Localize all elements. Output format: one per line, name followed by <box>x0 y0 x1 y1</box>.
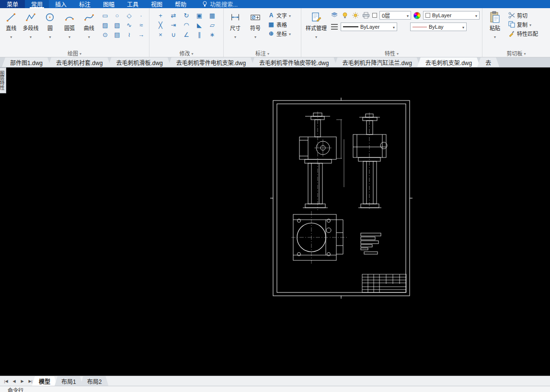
tab-layout2[interactable]: 布局2 <box>80 376 109 386</box>
tab-annotate[interactable]: 标注 <box>73 0 97 8</box>
panel-clipboard: 粘贴 剪切 复制 <box>482 8 550 57</box>
polyline-tool[interactable]: 多段线 <box>22 10 40 40</box>
command-line-panel[interactable]: 命令行 <box>0 386 550 392</box>
linetype-select[interactable]: ByLay <box>410 22 467 31</box>
dimension-tool[interactable]: 尺寸 <box>226 10 245 40</box>
measure-icon[interactable]: ∠ <box>180 30 193 39</box>
doc-tab[interactable]: 部件图1.dwg <box>2 57 51 67</box>
trim-icon[interactable]: ╳ <box>154 20 167 30</box>
rotate-icon[interactable]: ↻ <box>180 11 193 20</box>
tab-insert[interactable]: 插入 <box>49 0 73 8</box>
first-layout-button[interactable]: |◀ <box>2 376 10 386</box>
fillet-icon[interactable]: ◠ <box>180 20 193 30</box>
table-tool[interactable]: ▦ 表格 <box>266 20 293 29</box>
arc-tool[interactable]: 圆弧 <box>60 10 79 40</box>
tab-home[interactable]: 常用 <box>25 0 49 8</box>
lineweight-select[interactable]: ByLayer <box>341 22 397 31</box>
break-line-icon[interactable]: ≀ <box>123 30 135 39</box>
doc-tab[interactable]: 去毛刺机零件轴皮带轮.dwg <box>251 57 337 67</box>
wave-line-icon[interactable]: ≈ <box>135 20 147 30</box>
array-icon[interactable]: ▦ <box>206 11 219 20</box>
color-select[interactable]: ByLayer <box>423 11 480 20</box>
layer-color-swatch[interactable] <box>372 13 377 18</box>
tab-tools[interactable]: 工具 <box>121 0 145 8</box>
drawing-canvas[interactable]: 图层特性 <box>0 67 550 376</box>
caret-down-icon <box>69 32 70 40</box>
align-icon[interactable]: ∥ <box>193 30 206 39</box>
panel-modify: + ⇄ ↻ ▣ ▦ ╳ ⇥ ◠ ◣ ▱ × ∪ ∠ ∥ ∗ <box>149 8 224 57</box>
tab-layout1[interactable]: 布局1 <box>55 376 83 386</box>
ellipse-icon[interactable]: ○ <box>111 11 123 20</box>
join-icon[interactable]: ∪ <box>167 30 180 39</box>
table-icon: ▦ <box>268 21 275 28</box>
paste-button[interactable]: 粘贴 <box>484 10 505 40</box>
doc-tab[interactable]: 去毛刺机滑板.dwg <box>108 57 171 67</box>
tab-sheet[interactable]: 图幅 <box>97 0 121 8</box>
style-manager-tool[interactable]: 样式管理 <box>303 10 329 40</box>
coordinate-tool[interactable]: ⊕ 坐标 <box>266 29 293 38</box>
rectangle-icon[interactable]: ▭ <box>99 11 111 20</box>
panel-label-clipboard[interactable]: 剪切板 <box>482 49 550 57</box>
panel-label-draw[interactable]: 绘图 <box>0 49 149 57</box>
doc-tab[interactable]: 去毛刺机支架.dwg <box>417 57 480 67</box>
next-layout-button[interactable]: ▶ <box>18 376 26 386</box>
linetype-sample <box>412 27 427 27</box>
doc-tab[interactable]: 去毛刺机衬套.dwg <box>48 57 111 67</box>
explode-icon[interactable]: ∗ <box>206 30 219 39</box>
text-tool[interactable]: A 文字 <box>266 11 293 20</box>
tab-help[interactable]: 帮助 <box>169 0 193 8</box>
layer-freeze-sun-icon[interactable] <box>351 11 359 20</box>
caret-down-icon <box>524 50 526 56</box>
line-tool[interactable]: 直线 <box>2 10 21 40</box>
tool-label: 样式管理 <box>306 24 327 32</box>
doc-tab[interactable]: 去毛刺机零件电机支架.dwg <box>168 57 254 67</box>
tab-model[interactable]: 模型 <box>32 376 57 386</box>
panel-label-modify[interactable]: 修改 <box>149 49 223 57</box>
tab-view[interactable]: 视图 <box>145 0 169 8</box>
tool-label: 符号 <box>250 24 261 32</box>
plot-printer-icon[interactable] <box>362 11 370 20</box>
color-wheel-icon[interactable] <box>413 12 421 19</box>
copy-object-icon[interactable]: ▣ <box>193 11 206 20</box>
layer-select[interactable]: 0层 <box>379 11 411 20</box>
move-icon[interactable]: + <box>154 11 167 20</box>
layer-on-bulb-icon[interactable] <box>341 11 349 20</box>
formula-curve-icon[interactable]: ∿ <box>123 20 135 30</box>
tool-label: 复制 <box>517 21 527 28</box>
doc-tab[interactable]: 去毛刺机升降汽缸法兰.dwg <box>334 57 420 67</box>
symbol-tool[interactable]: 符号 <box>246 10 265 40</box>
cad-application: 菜单 常用 插入 标注 图幅 工具 视图 帮助 功能搜索... 直线 <box>0 0 550 392</box>
polygon-icon[interactable]: ◇ <box>123 11 135 20</box>
modify-grid: + ⇄ ↻ ▣ ▦ ╳ ⇥ ◠ ◣ ▱ × ∪ ∠ ∥ ∗ <box>154 11 219 39</box>
caret-down-icon <box>529 22 531 27</box>
circle-tool[interactable]: 圆 <box>41 10 59 40</box>
caret-down-icon <box>494 32 496 40</box>
doc-tab[interactable]: 去 <box>477 57 499 67</box>
function-search[interactable]: 功能搜索... <box>202 0 238 8</box>
caret-down-icon <box>10 32 12 40</box>
cut-button[interactable]: 剪切 <box>506 11 540 20</box>
hatch-icon[interactable]: ▨ <box>99 20 111 30</box>
arrow-icon[interactable]: → <box>135 30 147 39</box>
copy-button[interactable]: 复制 <box>506 20 540 29</box>
layer-manager-icon[interactable] <box>330 11 338 20</box>
scale-icon[interactable]: ▱ <box>206 20 219 30</box>
chamfer-icon[interactable]: ◣ <box>193 20 206 30</box>
panel-label-properties[interactable]: 特性 <box>301 49 482 57</box>
extend-icon[interactable]: ⇥ <box>167 20 180 30</box>
spline-tool[interactable]: 曲线 <box>80 10 98 40</box>
center-line-icon[interactable]: ⊙ <box>99 30 111 39</box>
fill-icon[interactable]: ▧ <box>111 20 123 30</box>
caret-down-icon <box>30 32 32 40</box>
region-icon[interactable]: ▤ <box>111 30 123 39</box>
mirror-icon[interactable]: ⇄ <box>167 11 180 20</box>
panel-label-annotate[interactable]: 标注 <box>224 49 301 57</box>
caret-down-icon <box>289 12 291 18</box>
prev-layout-button[interactable]: ◀ <box>10 376 18 386</box>
menu-app-button[interactable]: 菜单 <box>0 0 25 8</box>
lineweight-settings-icon[interactable] <box>330 23 338 31</box>
point-icon[interactable]: · <box>135 11 147 20</box>
erase-icon[interactable]: × <box>154 30 167 39</box>
left-palette-tab[interactable]: 图层特性 <box>0 67 6 93</box>
match-properties-button[interactable]: 特性匹配 <box>506 29 540 38</box>
